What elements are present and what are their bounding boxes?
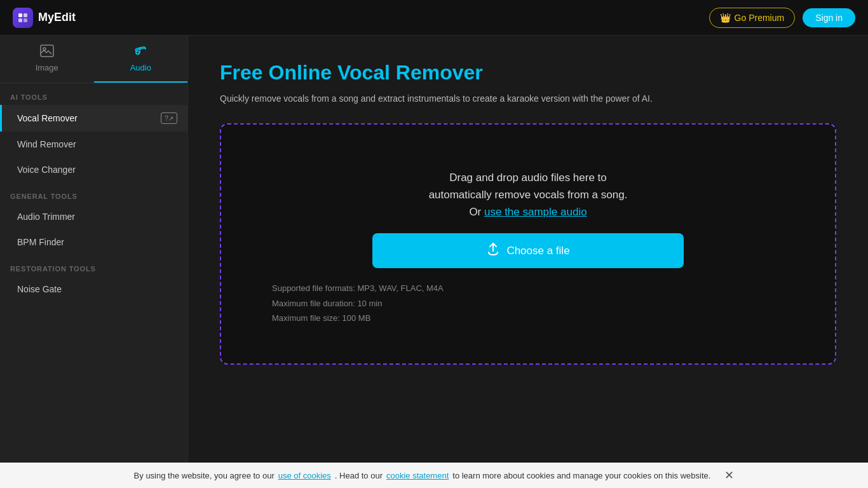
drop-zone[interactable]: Drag and drop audio files here to automa… [220,123,836,365]
main-content: Free Online Vocal Remover Quickly remove… [188,36,868,463]
svg-rect-2 [18,18,22,22]
page-subtitle: Quickly remove vocals from a song and ex… [220,92,836,105]
sidebar-item-wind-remover[interactable]: Wind Remover [0,132,187,157]
choose-file-button[interactable]: Choose a file [372,233,684,268]
sidebar-item-bpm-finder[interactable]: BPM Finder [0,229,187,255]
sidebar-tabs: Image Audio [0,36,187,83]
vocal-remover-label: Vocal Remover [17,113,78,123]
noise-gate-label: Noise Gate [17,284,62,294]
audio-tab-label: Audio [130,63,151,72]
image-tab-icon [40,44,54,60]
premium-label: Go Premium [735,13,785,23]
app-name: MyEdit [38,11,76,24]
bpm-finder-label: BPM Finder [17,237,64,247]
svg-point-6 [136,51,139,55]
header: MyEdit 👑 Go Premium Sign in [0,0,868,36]
cookie-bar: By using the website, you agree to our u… [0,463,868,488]
drop-or: Or [469,206,484,218]
drop-text: Drag and drop audio files here to automa… [429,169,628,221]
sidebar-item-vocal-remover[interactable]: Vocal Remover ?↗ [0,105,187,132]
sample-audio-link[interactable]: use the sample audio [484,206,587,218]
max-duration: Maximum file duration: 10 min [272,296,444,311]
file-info: Supported file formats: MP3, WAV, FLAC, … [272,281,444,325]
drop-line1: Drag and drop audio files here to [449,172,607,184]
choose-file-label: Choose a file [506,245,569,257]
logo: MyEdit [13,8,76,28]
tab-audio[interactable]: Audio [94,36,188,83]
logo-icon [13,8,33,28]
upload-icon [486,242,500,259]
audio-tab-icon [133,44,147,60]
layout: Image Audio AI TOOLS Vocal Remover ?↗ Wi… [0,36,868,463]
svg-rect-0 [18,13,22,17]
audio-trimmer-label: Audio Trimmer [17,212,75,222]
svg-rect-3 [24,18,27,22]
cookie-link-use[interactable]: use of cookies [278,471,331,480]
go-premium-button[interactable]: 👑 Go Premium [709,8,796,28]
drop-line2: automatically remove vocals from a song. [429,189,628,201]
sign-in-button[interactable]: Sign in [803,8,855,27]
cookie-text-after: to learn more about cookies and manage y… [452,471,710,480]
wind-remover-label: Wind Remover [17,139,76,149]
vocal-remover-help-icon: ?↗ [161,112,177,124]
voice-changer-label: Voice Changer [17,165,76,175]
cookie-text-before: By using the website, you agree to our [134,471,275,480]
crown-icon: 👑 [720,13,731,23]
cookie-text-middle: . Head to our [335,471,383,480]
max-size: Maximum file size: 100 MB [272,311,444,325]
page-title: Free Online Vocal Remover [220,61,836,85]
sidebar-item-voice-changer[interactable]: Voice Changer [0,157,187,182]
file-formats: Supported file formats: MP3, WAV, FLAC, … [272,281,444,295]
header-actions: 👑 Go Premium Sign in [709,8,855,28]
general-tools-label: GENERAL TOOLS [0,182,187,204]
svg-rect-1 [24,13,27,17]
tab-image[interactable]: Image [0,36,94,83]
sidebar-item-audio-trimmer[interactable]: Audio Trimmer [0,204,187,229]
sidebar: Image Audio AI TOOLS Vocal Remover ?↗ Wi… [0,36,188,463]
image-tab-label: Image [36,63,58,72]
cookie-close-button[interactable]: ✕ [724,468,734,482]
ai-tools-label: AI TOOLS [0,83,187,105]
cookie-link-statement[interactable]: cookie statement [386,471,449,480]
sidebar-item-noise-gate[interactable]: Noise Gate [0,276,187,302]
restoration-tools-label: RESTORATION TOOLS [0,255,187,276]
